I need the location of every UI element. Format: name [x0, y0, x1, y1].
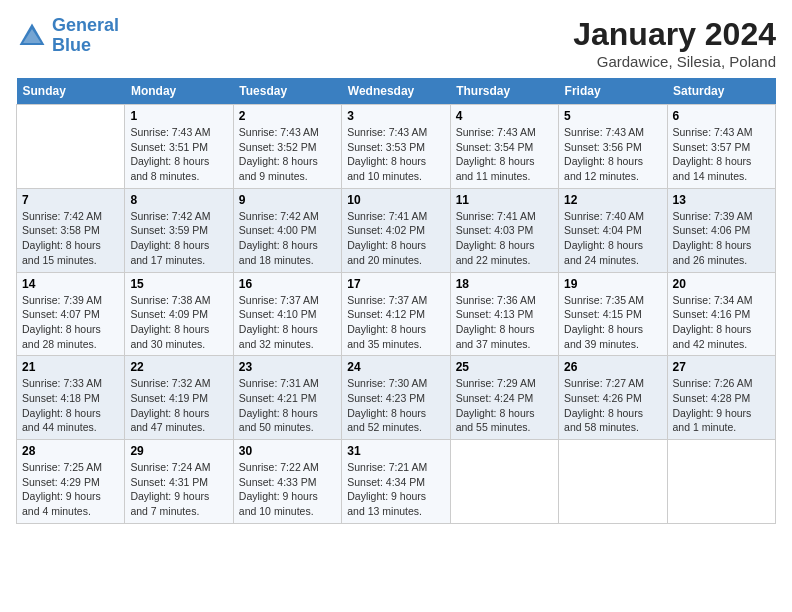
calendar-cell: 10Sunrise: 7:41 AM Sunset: 4:02 PM Dayli…	[342, 188, 450, 272]
day-number: 12	[564, 193, 661, 207]
calendar-cell: 31Sunrise: 7:21 AM Sunset: 4:34 PM Dayli…	[342, 440, 450, 524]
day-info: Sunrise: 7:32 AM Sunset: 4:19 PM Dayligh…	[130, 376, 227, 435]
day-info: Sunrise: 7:37 AM Sunset: 4:12 PM Dayligh…	[347, 293, 444, 352]
calendar-cell: 11Sunrise: 7:41 AM Sunset: 4:03 PM Dayli…	[450, 188, 558, 272]
day-number: 9	[239, 193, 336, 207]
day-number: 31	[347, 444, 444, 458]
col-header-saturday: Saturday	[667, 78, 775, 105]
day-number: 25	[456, 360, 553, 374]
day-number: 16	[239, 277, 336, 291]
day-info: Sunrise: 7:38 AM Sunset: 4:09 PM Dayligh…	[130, 293, 227, 352]
day-number: 8	[130, 193, 227, 207]
col-header-sunday: Sunday	[17, 78, 125, 105]
calendar-cell	[559, 440, 667, 524]
col-header-wednesday: Wednesday	[342, 78, 450, 105]
page-title: January 2024	[573, 16, 776, 53]
calendar-cell	[17, 105, 125, 189]
day-info: Sunrise: 7:43 AM Sunset: 3:54 PM Dayligh…	[456, 125, 553, 184]
day-info: Sunrise: 7:36 AM Sunset: 4:13 PM Dayligh…	[456, 293, 553, 352]
day-info: Sunrise: 7:41 AM Sunset: 4:03 PM Dayligh…	[456, 209, 553, 268]
calendar-cell: 7Sunrise: 7:42 AM Sunset: 3:58 PM Daylig…	[17, 188, 125, 272]
calendar-cell: 1Sunrise: 7:43 AM Sunset: 3:51 PM Daylig…	[125, 105, 233, 189]
day-info: Sunrise: 7:29 AM Sunset: 4:24 PM Dayligh…	[456, 376, 553, 435]
page-subtitle: Gardawice, Silesia, Poland	[573, 53, 776, 70]
title-block: January 2024 Gardawice, Silesia, Poland	[573, 16, 776, 70]
calendar-cell: 24Sunrise: 7:30 AM Sunset: 4:23 PM Dayli…	[342, 356, 450, 440]
day-number: 26	[564, 360, 661, 374]
calendar-week-row: 7Sunrise: 7:42 AM Sunset: 3:58 PM Daylig…	[17, 188, 776, 272]
calendar-cell: 12Sunrise: 7:40 AM Sunset: 4:04 PM Dayli…	[559, 188, 667, 272]
calendar-table: SundayMondayTuesdayWednesdayThursdayFrid…	[16, 78, 776, 524]
day-number: 4	[456, 109, 553, 123]
day-info: Sunrise: 7:25 AM Sunset: 4:29 PM Dayligh…	[22, 460, 119, 519]
day-info: Sunrise: 7:31 AM Sunset: 4:21 PM Dayligh…	[239, 376, 336, 435]
day-info: Sunrise: 7:34 AM Sunset: 4:16 PM Dayligh…	[673, 293, 770, 352]
day-info: Sunrise: 7:33 AM Sunset: 4:18 PM Dayligh…	[22, 376, 119, 435]
day-number: 24	[347, 360, 444, 374]
calendar-cell: 9Sunrise: 7:42 AM Sunset: 4:00 PM Daylig…	[233, 188, 341, 272]
calendar-cell: 16Sunrise: 7:37 AM Sunset: 4:10 PM Dayli…	[233, 272, 341, 356]
day-number: 1	[130, 109, 227, 123]
day-info: Sunrise: 7:37 AM Sunset: 4:10 PM Dayligh…	[239, 293, 336, 352]
day-info: Sunrise: 7:43 AM Sunset: 3:57 PM Dayligh…	[673, 125, 770, 184]
logo: GeneralBlue	[16, 16, 119, 56]
calendar-week-row: 21Sunrise: 7:33 AM Sunset: 4:18 PM Dayli…	[17, 356, 776, 440]
day-info: Sunrise: 7:26 AM Sunset: 4:28 PM Dayligh…	[673, 376, 770, 435]
logo-icon	[16, 20, 48, 52]
calendar-cell: 27Sunrise: 7:26 AM Sunset: 4:28 PM Dayli…	[667, 356, 775, 440]
day-number: 10	[347, 193, 444, 207]
calendar-cell: 5Sunrise: 7:43 AM Sunset: 3:56 PM Daylig…	[559, 105, 667, 189]
calendar-cell: 30Sunrise: 7:22 AM Sunset: 4:33 PM Dayli…	[233, 440, 341, 524]
day-info: Sunrise: 7:35 AM Sunset: 4:15 PM Dayligh…	[564, 293, 661, 352]
calendar-week-row: 28Sunrise: 7:25 AM Sunset: 4:29 PM Dayli…	[17, 440, 776, 524]
day-number: 28	[22, 444, 119, 458]
day-info: Sunrise: 7:40 AM Sunset: 4:04 PM Dayligh…	[564, 209, 661, 268]
calendar-cell: 6Sunrise: 7:43 AM Sunset: 3:57 PM Daylig…	[667, 105, 775, 189]
day-info: Sunrise: 7:42 AM Sunset: 3:58 PM Dayligh…	[22, 209, 119, 268]
day-number: 19	[564, 277, 661, 291]
calendar-cell: 2Sunrise: 7:43 AM Sunset: 3:52 PM Daylig…	[233, 105, 341, 189]
day-info: Sunrise: 7:43 AM Sunset: 3:53 PM Dayligh…	[347, 125, 444, 184]
day-info: Sunrise: 7:39 AM Sunset: 4:06 PM Dayligh…	[673, 209, 770, 268]
logo-text: GeneralBlue	[52, 16, 119, 56]
day-number: 13	[673, 193, 770, 207]
day-number: 21	[22, 360, 119, 374]
day-number: 6	[673, 109, 770, 123]
calendar-cell: 22Sunrise: 7:32 AM Sunset: 4:19 PM Dayli…	[125, 356, 233, 440]
day-info: Sunrise: 7:30 AM Sunset: 4:23 PM Dayligh…	[347, 376, 444, 435]
day-number: 11	[456, 193, 553, 207]
day-number: 17	[347, 277, 444, 291]
calendar-cell: 14Sunrise: 7:39 AM Sunset: 4:07 PM Dayli…	[17, 272, 125, 356]
day-number: 14	[22, 277, 119, 291]
day-number: 3	[347, 109, 444, 123]
calendar-cell: 23Sunrise: 7:31 AM Sunset: 4:21 PM Dayli…	[233, 356, 341, 440]
day-number: 18	[456, 277, 553, 291]
calendar-week-row: 14Sunrise: 7:39 AM Sunset: 4:07 PM Dayli…	[17, 272, 776, 356]
col-header-tuesday: Tuesday	[233, 78, 341, 105]
day-info: Sunrise: 7:42 AM Sunset: 3:59 PM Dayligh…	[130, 209, 227, 268]
calendar-week-row: 1Sunrise: 7:43 AM Sunset: 3:51 PM Daylig…	[17, 105, 776, 189]
calendar-cell	[667, 440, 775, 524]
calendar-cell: 3Sunrise: 7:43 AM Sunset: 3:53 PM Daylig…	[342, 105, 450, 189]
day-info: Sunrise: 7:43 AM Sunset: 3:56 PM Dayligh…	[564, 125, 661, 184]
calendar-cell: 20Sunrise: 7:34 AM Sunset: 4:16 PM Dayli…	[667, 272, 775, 356]
day-number: 15	[130, 277, 227, 291]
calendar-cell: 25Sunrise: 7:29 AM Sunset: 4:24 PM Dayli…	[450, 356, 558, 440]
day-info: Sunrise: 7:41 AM Sunset: 4:02 PM Dayligh…	[347, 209, 444, 268]
calendar-cell: 15Sunrise: 7:38 AM Sunset: 4:09 PM Dayli…	[125, 272, 233, 356]
day-number: 30	[239, 444, 336, 458]
calendar-cell: 4Sunrise: 7:43 AM Sunset: 3:54 PM Daylig…	[450, 105, 558, 189]
day-info: Sunrise: 7:43 AM Sunset: 3:51 PM Dayligh…	[130, 125, 227, 184]
day-number: 22	[130, 360, 227, 374]
day-info: Sunrise: 7:24 AM Sunset: 4:31 PM Dayligh…	[130, 460, 227, 519]
page-header: GeneralBlue January 2024 Gardawice, Sile…	[16, 16, 776, 70]
day-info: Sunrise: 7:21 AM Sunset: 4:34 PM Dayligh…	[347, 460, 444, 519]
col-header-friday: Friday	[559, 78, 667, 105]
calendar-header-row: SundayMondayTuesdayWednesdayThursdayFrid…	[17, 78, 776, 105]
day-number: 20	[673, 277, 770, 291]
calendar-cell: 18Sunrise: 7:36 AM Sunset: 4:13 PM Dayli…	[450, 272, 558, 356]
day-info: Sunrise: 7:42 AM Sunset: 4:00 PM Dayligh…	[239, 209, 336, 268]
calendar-cell: 17Sunrise: 7:37 AM Sunset: 4:12 PM Dayli…	[342, 272, 450, 356]
calendar-cell: 8Sunrise: 7:42 AM Sunset: 3:59 PM Daylig…	[125, 188, 233, 272]
calendar-cell: 13Sunrise: 7:39 AM Sunset: 4:06 PM Dayli…	[667, 188, 775, 272]
